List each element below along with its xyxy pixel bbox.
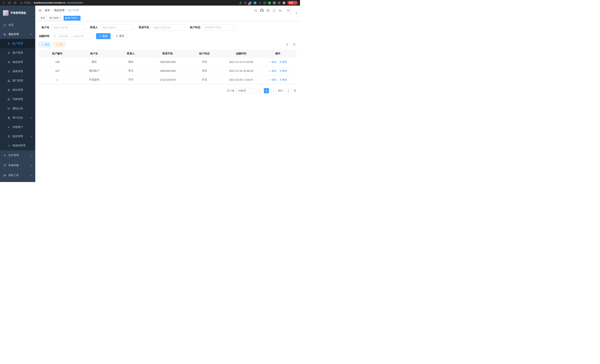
sidebar-item-user[interactable]: 用户管理: [0, 48, 35, 57]
share-icon[interactable]: [239, 1, 242, 4]
start-date-input[interactable]: [57, 35, 69, 38]
sidebar-item-dept[interactable]: 部门管理: [0, 76, 35, 85]
extension-icon[interactable]: 10: [249, 1, 252, 4]
sidebar-item-payment[interactable]: 支付管理: [0, 150, 35, 160]
caret-down-icon[interactable]: [296, 13, 297, 14]
tab-tenant[interactable]: 租户管理 ×: [64, 16, 81, 21]
table-row: 108 测试 测试 15601691300 关闭 2021-12-14 21:0…: [39, 57, 296, 66]
tenant-status-label: 租户状态: [190, 26, 200, 29]
prev-page-button[interactable]: ‹: [257, 88, 262, 93]
cell-actions: 修改 删除: [260, 66, 296, 75]
extension-icon[interactable]: [258, 1, 261, 4]
reload-icon[interactable]: [8, 1, 11, 4]
active-dot: [65, 18, 67, 19]
update-label: 更新: [289, 1, 293, 4]
cell-actions: 修改 删除: [260, 75, 296, 84]
page-size-select[interactable]: 10条/页: [236, 88, 255, 93]
search-button-label: 搜索: [103, 35, 108, 38]
user-avatar[interactable]: [285, 7, 292, 14]
extension-icon[interactable]: [268, 1, 271, 4]
sidebar-item-tenant[interactable]: 租户管理: [0, 39, 35, 48]
page-number-button[interactable]: 1: [264, 88, 269, 93]
edit-link-label: 修改: [272, 69, 276, 73]
sidebar-item-error-code[interactable]: 错误码管理: [0, 141, 35, 150]
range-separator: -: [71, 35, 71, 38]
sidebar-item-sms[interactable]: 短信管理: [0, 132, 35, 141]
refresh-table-button[interactable]: [292, 42, 296, 47]
sidebar-item-home[interactable]: 首页: [0, 20, 35, 30]
infra-monitor-icon: [3, 164, 6, 167]
browser-update-button[interactable]: 更新 ⋮: [287, 1, 298, 5]
extension-icon[interactable]: [254, 1, 256, 4]
fullscreen-icon[interactable]: [272, 9, 276, 12]
delete-link[interactable]: 删除: [279, 60, 287, 64]
trash-icon: [279, 61, 282, 63]
reset-button[interactable]: 重置: [113, 33, 127, 39]
close-icon[interactable]: ×: [77, 17, 79, 19]
sidebar-item-online-user[interactable]: 在线用户: [0, 122, 35, 132]
cell-tenant-id: 107: [39, 66, 76, 75]
edit-pencil-icon: [269, 79, 271, 81]
github-icon[interactable]: [260, 9, 263, 12]
close-icon[interactable]: ×: [59, 17, 61, 19]
sidebar-item-dict[interactable]: 字典管理: [0, 95, 35, 104]
cell-contact: 测试: [112, 57, 149, 66]
sidebar-item-infra[interactable]: 基础设施: [0, 160, 35, 170]
extension-icon[interactable]: [273, 1, 276, 4]
column-header: 租户编号: [39, 50, 76, 57]
filter-row-1: 租户名 联系人 联系手机 租户状态 请选择租户状态: [39, 25, 296, 30]
reset-button-label: 重置: [119, 35, 124, 38]
search-button[interactable]: 搜索: [96, 33, 111, 39]
contact-name-input[interactable]: [100, 25, 134, 30]
sidebar-item-system[interactable]: 系统管理: [0, 30, 35, 39]
back-icon[interactable]: [2, 1, 5, 4]
tenant-name-input[interactable]: [52, 25, 85, 30]
delete-link[interactable]: 删除: [279, 78, 287, 82]
browser-toolbar: 不安全 | dashboard.yudao.iocoder.cn/system/…: [0, 0, 300, 6]
address-bar[interactable]: 不安全 | dashboard.yudao.iocoder.cn/system/…: [18, 0, 237, 5]
add-button[interactable]: 新增: [39, 42, 51, 47]
goto-page-input[interactable]: [285, 88, 292, 93]
delete-link[interactable]: 删除: [279, 69, 287, 73]
extension-icon[interactable]: [263, 1, 266, 4]
sidebar-item-notice[interactable]: 通知公告: [0, 104, 35, 113]
next-page-button[interactable]: ›: [271, 88, 276, 93]
chevron-down-icon: [31, 117, 32, 119]
header-search-icon[interactable]: [254, 9, 257, 12]
cell-created-time: 2021-12-14 20:49:44: [223, 66, 260, 75]
tab-home[interactable]: 首页: [39, 16, 47, 21]
online-signal-icon: [7, 126, 10, 129]
search-icon: [286, 43, 289, 46]
breadcrumb-item-home[interactable]: 首页: [45, 9, 50, 12]
help-icon[interactable]: [266, 9, 270, 12]
delete-link-label: 删除: [282, 69, 287, 73]
menu-fold-icon[interactable]: [38, 9, 42, 12]
sidebar-item-menu[interactable]: 菜单管理: [0, 67, 35, 76]
toggle-search-button[interactable]: [285, 42, 289, 47]
extension-icon[interactable]: [282, 1, 285, 4]
sidebar-item-audit-log[interactable]: 审计日志: [0, 113, 35, 122]
contact-mobile-input[interactable]: [151, 25, 185, 30]
export-button[interactable]: 导出: [53, 42, 65, 47]
browser-menu-icon[interactable]: ⋮: [294, 1, 296, 4]
bookmark-star-icon[interactable]: [244, 1, 247, 4]
column-header: 租户名: [76, 50, 112, 57]
chevron-down-icon: [31, 174, 32, 176]
breadcrumb-item-system[interactable]: 系统管理: [54, 9, 64, 12]
end-date-input[interactable]: [72, 35, 84, 38]
extension-badge: 10: [248, 3, 250, 5]
date-range-picker[interactable]: -: [52, 33, 94, 39]
sidebar-item-role[interactable]: 角色管理: [0, 57, 35, 67]
sidebar-item-devtools[interactable]: 研发工具: [0, 170, 35, 180]
extension-icon[interactable]: [278, 1, 281, 4]
home-icon[interactable]: [14, 1, 17, 4]
sidebar-item-post[interactable]: 岗位管理: [0, 85, 35, 95]
edit-link[interactable]: 修改: [269, 69, 276, 73]
edit-link[interactable]: 修改: [269, 60, 276, 64]
font-size-icon[interactable]: [279, 9, 282, 12]
chevron-down-icon: [233, 26, 234, 28]
tab-dept[interactable]: 部门管理 ×: [48, 16, 63, 21]
tenant-status-select[interactable]: 请选择租户状态: [203, 25, 236, 30]
edit-link[interactable]: 修改: [269, 78, 276, 82]
plus-icon: [41, 43, 44, 46]
